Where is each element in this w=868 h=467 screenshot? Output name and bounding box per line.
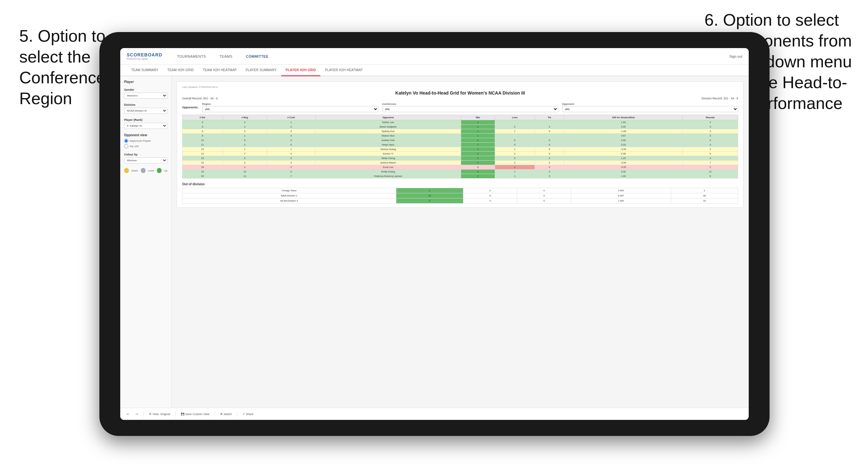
opponent-select[interactable]: (All) xyxy=(562,106,738,112)
out-of-division-table: Foreign Team1004.5002NAIA Division 11500… xyxy=(182,188,738,204)
radio-top100[interactable]: Top 100 xyxy=(124,144,167,148)
dot-up-label: Up xyxy=(164,169,167,172)
gender-select[interactable]: Women's xyxy=(124,93,167,99)
save-custom-btn[interactable]: 💾 Save Custom View xyxy=(180,412,211,416)
toolbar-sep-4 xyxy=(237,411,237,417)
opponent-filter-label: Opponent xyxy=(562,102,738,105)
conference-label: Conference xyxy=(382,102,558,105)
dot-level-label: Level xyxy=(148,169,154,172)
overall-record: Overall Record: 353 - 34 - 6 xyxy=(182,97,218,100)
dot-level xyxy=(141,168,146,173)
redo-btn[interactable]: ↪ xyxy=(134,412,140,416)
table-row: 1585Stella Cheng1001.254 xyxy=(182,156,738,161)
panel-division: Division NCAA Division III xyxy=(124,103,167,114)
share-btn[interactable]: ↗ Share xyxy=(241,412,255,416)
panel-colour-by: Colour by Win/loss xyxy=(124,153,167,163)
nav-committee[interactable]: COMMITTEE xyxy=(244,53,271,60)
division-record: Division Record: 331 - 34 - 6 xyxy=(702,97,738,100)
subnav-team-h2h-grid[interactable]: TEAM H2H GRID xyxy=(163,65,198,76)
filter-region: Region (All) xyxy=(202,102,378,112)
table-row: 331Esther Lee11.504 xyxy=(182,120,738,125)
table-row: 914Sharon Mun13.673 xyxy=(182,134,738,138)
subnav-player-h2h-heatmap[interactable]: PLAYER H2H HEATMAP xyxy=(320,65,367,76)
th-loss: Loss xyxy=(495,115,534,120)
opponents-played-label: Opponents Played xyxy=(129,139,151,142)
subnav-team-h2h-heatmap[interactable]: TEAM H2H HEATMAP xyxy=(198,65,241,76)
table-row: 1311Jessica Huang110-3.002 xyxy=(182,147,738,152)
logo: SCOREBOARD Powered by clippd xyxy=(127,52,162,60)
table-row: 1634Jessica Mason120-0.947 xyxy=(182,161,738,165)
tablet-frame: SCOREBOARD Powered by clippd TOURNAMENTS… xyxy=(99,32,770,436)
right-content: Last Updated: 27/03/2024 08:4... Katelyn… xyxy=(172,76,749,408)
subnav-player-h2h-grid[interactable]: PLAYER H2H GRID xyxy=(281,65,321,76)
dot-up xyxy=(157,168,162,173)
filters-row: Opponents: Region (All) Conference (All) xyxy=(182,102,738,112)
region-select[interactable]: (All) xyxy=(202,106,378,112)
division-label: Division xyxy=(124,103,167,106)
th-win: Win xyxy=(461,115,495,120)
data-table: # Div # Reg # Conf Opponent Win Loss Tie… xyxy=(182,115,738,179)
left-panel: Player Gender Women's Division NCAA Divi… xyxy=(120,76,172,408)
region-label: Region xyxy=(202,102,378,105)
division-select[interactable]: NCAA Division III xyxy=(124,108,167,114)
out-table-row: Foreign Team1004.5002 xyxy=(182,188,738,193)
filter-conference: Conference (All) xyxy=(382,102,558,112)
opponent-view-label: Opponent view xyxy=(124,133,167,137)
table-row: 1125Heejo Hyun1003.333 xyxy=(182,143,738,147)
table-row: 522Alexis Sudjianto1004.003 xyxy=(182,125,738,129)
table-row: 1474Eunice Yi2200.389 xyxy=(182,152,738,156)
table-row: 1822Euna Lee020-5.002 xyxy=(182,165,738,169)
view-original-btn[interactable]: 👁 View: Original xyxy=(148,412,172,416)
dot-down-label: Down xyxy=(131,169,138,172)
subnav: TEAM SUMMARY TEAM H2H GRID TEAM H2H HEAT… xyxy=(120,65,749,76)
th-diff: Diff Av Strokes/Rnd xyxy=(564,115,683,120)
table-row: 20117Federica Domecq Lacroze2101.336 xyxy=(182,174,738,179)
panel-opponent-view: Opponent view Opponents Played Top 100 xyxy=(124,133,167,148)
grid-title: Katelyn Vo Head-to-Head Grid for Women's… xyxy=(182,90,738,95)
player-section-title: Player xyxy=(124,80,167,84)
radio-group: Opponents Played Top 100 xyxy=(124,139,167,148)
gender-label: Gender xyxy=(124,88,167,91)
out-table-row: NAIA Division 115009.26730 xyxy=(182,193,738,198)
last-updated: Last Updated: 27/03/2024 08:4... xyxy=(182,86,738,89)
th-conf: # Conf xyxy=(267,115,315,120)
navbar: SCOREBOARD Powered by clippd TOURNAMENTS… xyxy=(120,48,749,65)
toolbar-sep-3 xyxy=(215,411,215,417)
conference-select[interactable]: (All) xyxy=(382,106,558,112)
undo-btn[interactable]: ↩ xyxy=(125,412,130,416)
out-of-division-title: Out of division xyxy=(182,182,738,186)
th-opponent: Opponent xyxy=(315,115,461,120)
nav-teams[interactable]: TEAMS xyxy=(217,53,234,60)
player-rank-select[interactable]: 8. Katelyn Vo xyxy=(124,123,167,129)
bottom-toolbar: ↩ ↪ 👁 View: Original 💾 Save Custom View … xyxy=(120,408,749,420)
radio-opponents-played[interactable]: Opponents Played xyxy=(124,139,167,143)
content-header: Last Updated: 27/03/2024 08:4... Katelyn… xyxy=(177,82,744,208)
subnav-player-summary[interactable]: PLAYER SUMMARY xyxy=(241,65,281,76)
tablet-screen: SCOREBOARD Powered by clippd TOURNAMENTS… xyxy=(120,48,749,420)
logo-sub: Powered by clippd xyxy=(127,57,162,60)
out-table-row: NCAA Division 25007.40010 xyxy=(182,198,738,204)
nav-sign-out[interactable]: Sign out xyxy=(730,55,742,58)
th-reg: # Reg xyxy=(223,115,267,120)
table-row: 1063Andrea York2004.004 xyxy=(182,138,738,143)
logo-text: SCOREBOARD xyxy=(127,52,162,57)
sign-out-text: Sign out xyxy=(730,55,742,58)
main-content: Player Gender Women's Division NCAA Divi… xyxy=(120,76,749,408)
table-row: 19106Emily Chang4100.3011 xyxy=(182,169,738,174)
watch-btn[interactable]: 👁 Watch xyxy=(219,412,233,416)
colour-by-label: Colour by xyxy=(124,153,167,156)
colour-by-select[interactable]: Win/loss xyxy=(124,157,167,163)
th-div: # Div xyxy=(182,115,223,120)
table-row: 633Sydney Kuo110-1.003 xyxy=(182,129,738,134)
player-rank-label: Player (Rank) xyxy=(124,118,167,122)
records-row: Overall Record: 353 - 34 - 6 Division Re… xyxy=(182,97,738,100)
subnav-team-summary[interactable]: TEAM SUMMARY xyxy=(127,65,163,76)
panel-player-section: Player xyxy=(124,80,167,84)
dot-indicators: Down Level Up xyxy=(124,168,167,173)
opponents-label: Opponents: xyxy=(182,106,198,109)
panel-player-rank: Player (Rank) 8. Katelyn Vo xyxy=(124,118,167,129)
panel-gender: Gender Women's xyxy=(124,88,167,99)
toolbar-sep-1 xyxy=(143,411,144,417)
top100-label: Top 100 xyxy=(129,145,138,148)
nav-tournaments[interactable]: TOURNAMENTS xyxy=(175,53,208,60)
